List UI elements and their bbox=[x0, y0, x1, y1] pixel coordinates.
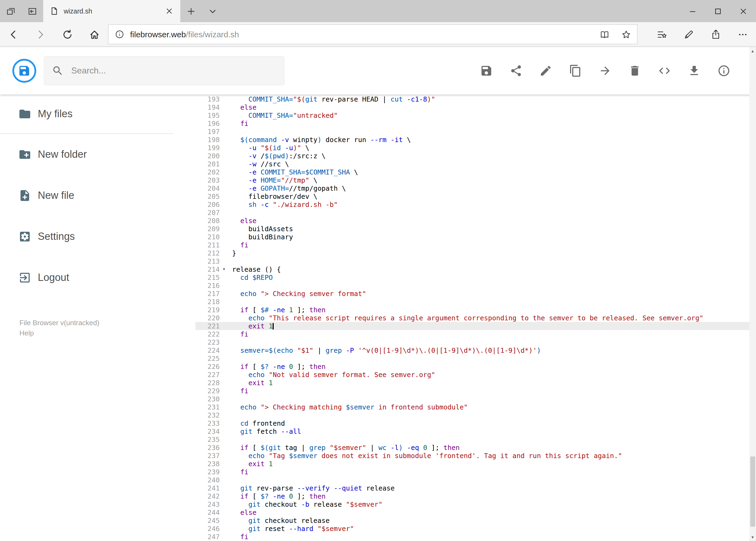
code-line[interactable]: 200 -v /$(pwd):/src:z \ bbox=[195, 152, 749, 160]
code-line[interactable]: 207 bbox=[195, 209, 749, 217]
delete-icon[interactable] bbox=[628, 64, 641, 77]
code-line[interactable]: 232 bbox=[195, 411, 749, 419]
code-line[interactable]: 197 bbox=[195, 128, 749, 136]
code-editor[interactable]: 193 COMMIT_SHA="$(git rev-parse HEAD | c… bbox=[195, 95, 749, 541]
code-line[interactable]: 226 if [ $? -ne 0 ]; then bbox=[195, 362, 749, 370]
more-options-icon[interactable] bbox=[729, 22, 756, 47]
copy-icon[interactable] bbox=[569, 64, 582, 77]
forward-icon[interactable] bbox=[27, 22, 54, 47]
new-tab-button[interactable] bbox=[180, 0, 202, 22]
info-icon[interactable] bbox=[717, 64, 730, 77]
code-line[interactable]: 196 fi bbox=[195, 119, 749, 128]
site-info-icon[interactable] bbox=[109, 30, 130, 39]
code-line[interactable]: 220 echo "This release script requires a… bbox=[195, 314, 749, 322]
search-input[interactable] bbox=[70, 65, 281, 76]
code-line[interactable]: 231 echo "> Checking matching $semver in… bbox=[195, 403, 749, 411]
code-line[interactable]: 209 buildAssets bbox=[195, 225, 749, 233]
search-box[interactable] bbox=[44, 56, 285, 85]
code-line[interactable]: 225 bbox=[195, 354, 749, 362]
home-icon[interactable] bbox=[81, 22, 108, 47]
code-line[interactable]: 229 fi bbox=[195, 387, 749, 395]
code-line[interactable]: 241 git rev-parse --verify --quiet relea… bbox=[195, 484, 749, 492]
code-line[interactable]: 227 echo "Not valid semver format. See s… bbox=[195, 370, 749, 379]
code-line[interactable]: 218 bbox=[195, 297, 749, 306]
code-line[interactable]: 244 else bbox=[195, 508, 749, 516]
code-line[interactable]: 201 -w //src \ bbox=[195, 160, 749, 168]
sidebar-item-new-file[interactable]: New file bbox=[0, 175, 173, 216]
refresh-icon[interactable] bbox=[54, 22, 81, 47]
code-line[interactable]: 216 bbox=[195, 281, 749, 289]
code-line[interactable]: 198 $(command -v winpty) docker run --rm… bbox=[195, 136, 749, 144]
edit-icon[interactable] bbox=[539, 64, 552, 77]
code-line[interactable]: 195 COMMIT_SHA="untracked" bbox=[195, 111, 749, 119]
code-line[interactable]: 240 bbox=[195, 476, 749, 484]
code-line[interactable]: 223 bbox=[195, 338, 749, 346]
code-line[interactable]: 205 filebrowser/dev \ bbox=[195, 192, 749, 201]
sidebar-item-my-files[interactable]: My files bbox=[0, 95, 173, 134]
sidebar-item-logout[interactable]: Logout bbox=[0, 257, 173, 298]
maximize-button[interactable] bbox=[705, 0, 731, 22]
help-link[interactable]: Help bbox=[19, 328, 99, 338]
code-line[interactable]: 193 COMMIT_SHA="$(git rev-parse HEAD | c… bbox=[195, 95, 749, 103]
minimize-button[interactable] bbox=[680, 0, 705, 22]
code-line[interactable]: 222 fi bbox=[195, 330, 749, 338]
fold-marker-icon[interactable]: ▾ bbox=[220, 265, 228, 273]
back-icon[interactable] bbox=[0, 22, 27, 47]
code-line[interactable]: 236 if [ $(git tag | grep "$semver" | wc… bbox=[195, 443, 749, 452]
move-icon[interactable] bbox=[599, 64, 611, 77]
browser-tab[interactable]: wizard.sh bbox=[43, 0, 180, 22]
tab-close-icon[interactable] bbox=[163, 5, 175, 17]
code-line[interactable]: 242 if [ $? -ne 0 ]; then bbox=[195, 492, 749, 500]
code-line[interactable]: 245 git checkout release bbox=[195, 516, 749, 525]
code-line[interactable]: 204 -e GOPATH=//tmp/gopath \ bbox=[195, 184, 749, 192]
reading-view-icon[interactable] bbox=[594, 29, 615, 39]
code-line[interactable]: 228 exit 1 bbox=[195, 379, 749, 387]
code-line[interactable]: 230 bbox=[195, 395, 749, 403]
code-line[interactable]: 224 semver=$(echo "$1" | grep -P '^v(0|[… bbox=[195, 346, 749, 354]
scroll-down-icon[interactable]: ▼ bbox=[749, 533, 756, 541]
save-icon[interactable] bbox=[480, 64, 493, 77]
code-line[interactable]: 206 sh -c "./wizard.sh -b" bbox=[195, 201, 749, 209]
close-button[interactable] bbox=[731, 0, 756, 22]
code-line[interactable]: 215 cd $REPO bbox=[195, 273, 749, 281]
code-line[interactable]: 234 git fetch --all bbox=[195, 427, 749, 435]
favorite-star-icon[interactable] bbox=[615, 29, 637, 39]
tab-list-chevron-icon[interactable] bbox=[202, 0, 223, 22]
page-scrollbar[interactable]: ▲ ▼ bbox=[749, 47, 756, 541]
annotate-pen-icon[interactable] bbox=[675, 22, 702, 47]
code-line[interactable]: 221 exit 1 bbox=[195, 322, 749, 330]
sidebar-item-new-folder[interactable]: New folder bbox=[0, 134, 173, 175]
code-line[interactable]: 211 fi bbox=[195, 241, 749, 249]
download-icon[interactable] bbox=[687, 64, 700, 77]
address-bar[interactable]: filebrowser.web/files/wizard.sh bbox=[108, 24, 637, 44]
line-number: 199 bbox=[195, 144, 220, 152]
code-line[interactable]: 235 bbox=[195, 435, 749, 443]
code-line[interactable]: 246 git reset --hard "$semver" bbox=[195, 525, 749, 533]
code-line[interactable]: 219 if [ $# -ne 1 ]; then bbox=[195, 306, 749, 314]
code-line[interactable]: 194 else bbox=[195, 103, 749, 111]
sidebar-item-settings[interactable]: Settings bbox=[0, 216, 173, 257]
code-line[interactable]: 213 bbox=[195, 257, 749, 265]
code-icon[interactable] bbox=[658, 64, 671, 77]
code-line[interactable]: 238 exit 1 bbox=[195, 460, 749, 468]
code-line[interactable]: 203 -e HOME="//tmp" \ bbox=[195, 176, 749, 184]
tab-preview-icon[interactable] bbox=[0, 0, 22, 22]
code-line[interactable]: 208 else bbox=[195, 217, 749, 225]
tabs-aside-icon[interactable] bbox=[22, 0, 43, 22]
scrollbar-thumb[interactable] bbox=[750, 456, 755, 527]
code-line[interactable]: 214▾release () { bbox=[195, 265, 749, 273]
code-line[interactable]: 210 buildBinary bbox=[195, 233, 749, 241]
code-line[interactable]: 202 -e COMMIT_SHA=$COMMIT_SHA \ bbox=[195, 168, 749, 176]
code-line[interactable]: 212} bbox=[195, 249, 749, 257]
code-line[interactable]: 217 echo "> Checking semver format" bbox=[195, 289, 749, 297]
code-line[interactable]: 199 -u "$(id -u)" \ bbox=[195, 144, 749, 152]
code-line[interactable]: 233 cd frontend bbox=[195, 419, 749, 427]
code-line[interactable]: 247 fi bbox=[195, 533, 749, 541]
share-icon[interactable] bbox=[509, 64, 522, 77]
code-line[interactable]: 239 fi bbox=[195, 468, 749, 476]
share-icon[interactable] bbox=[702, 22, 729, 47]
code-line[interactable]: 237 echo "Tag $semver does not exist in … bbox=[195, 452, 749, 460]
code-line[interactable]: 243 git checkout -b release "$semver" bbox=[195, 500, 749, 508]
favorites-hub-icon[interactable] bbox=[648, 22, 675, 47]
scroll-up-icon[interactable]: ▲ bbox=[749, 47, 756, 55]
